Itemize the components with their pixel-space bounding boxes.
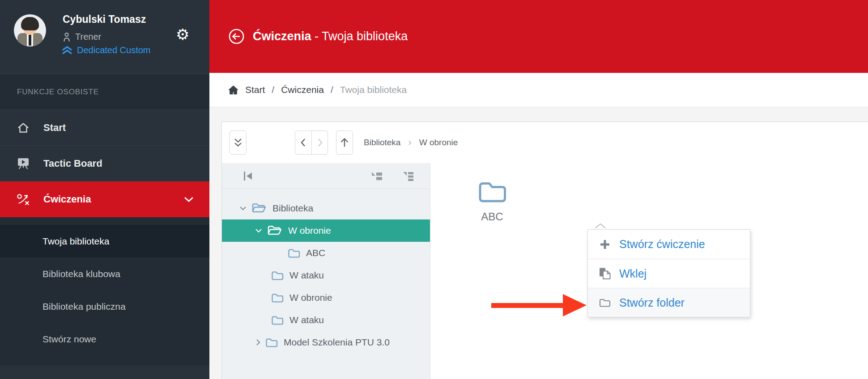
user-block: Cybulski Tomasz Trener Dedicated Custom … — [0, 0, 209, 74]
tree-node-model-szkolenia[interactable]: Model Szkolenia PTU 3.0 — [222, 331, 430, 354]
gear-icon[interactable]: ⚙ — [176, 27, 189, 42]
sidebar-item-label: Start — [43, 122, 66, 134]
menu-item-label: Wklej — [619, 267, 647, 280]
folder-icon — [265, 337, 278, 348]
avatar-hair — [21, 17, 39, 30]
double-chevron-up-icon — [61, 46, 73, 55]
chevron-down-icon[interactable] — [239, 206, 247, 211]
up-level-button[interactable] — [336, 131, 353, 155]
main-area: Ćwiczenia - Twoja biblioteka Start / Ćwi… — [209, 0, 868, 379]
chevron-down-icon[interactable] — [255, 228, 263, 233]
workspace: Biblioteka › W obronie — [209, 107, 868, 379]
user-plan-row[interactable]: Dedicated Custom — [61, 45, 151, 55]
tree-node-w-ataku-1[interactable]: W ataku — [222, 264, 430, 286]
tree-node-w-obronie-2[interactable]: W obronie — [222, 286, 430, 309]
page-title: Ćwiczenia - Twoja biblioteka — [253, 29, 408, 43]
explorer-panel: Biblioteka › W obronie — [221, 122, 868, 379]
breadcrumb-separator: / — [331, 84, 333, 95]
sidebar-subitem-biblioteka-klubowa[interactable]: Biblioteka klubowa — [0, 257, 209, 290]
sidebar-item-start[interactable]: Start — [0, 110, 209, 146]
tree-node-label: W ataku — [289, 315, 324, 325]
sidebar-submenu: Twoja biblioteka Biblioteka klubowa Bibl… — [0, 217, 209, 366]
folder-icon — [271, 315, 284, 325]
path-separator: › — [408, 138, 411, 147]
page-title-rest: - Twoja biblioteka — [311, 29, 408, 43]
menu-item-wklej[interactable]: Wklej — [588, 259, 750, 288]
tree-header-actions — [371, 171, 414, 181]
tree-node-label: W obronie — [288, 225, 331, 236]
tree-header — [222, 163, 430, 189]
avatar-tie — [29, 34, 31, 46]
sidebar-item-cwiczenia[interactable]: Ćwiczenia — [0, 181, 209, 217]
chevron-down-icon — [183, 194, 194, 205]
back-nav-button[interactable] — [295, 131, 311, 154]
sidebar-subitem-label: Stwórz nowe — [43, 334, 96, 345]
plus-icon — [598, 239, 612, 250]
page-title-bold: Ćwiczenia — [253, 29, 311, 43]
tree-body: Biblioteka W obronie — [222, 189, 430, 379]
tree-node-abc[interactable]: ABC — [222, 242, 430, 264]
home-outline-icon — [17, 122, 30, 134]
page-header: Ćwiczenia - Twoja biblioteka — [209, 0, 868, 73]
sidebar-subitem-label: Biblioteka klubowa — [43, 269, 120, 279]
sidebar-subitem-label: Biblioteka publiczna — [43, 301, 126, 312]
explorer-path: Biblioteka › W obronie — [364, 138, 458, 147]
double-chevron-down-icon — [233, 137, 243, 148]
explorer-body: Biblioteka W obronie — [222, 163, 868, 379]
paste-icon — [598, 267, 612, 280]
history-nav-group — [295, 131, 328, 155]
tree-node-w-obronie-selected[interactable]: W obronie — [222, 219, 430, 242]
user-name: Cybulski Tomasz — [63, 13, 146, 25]
sidebar-subitem-twoja-biblioteka[interactable]: Twoja biblioteka — [0, 225, 209, 257]
sidebar-nav: Start Tactic Board Ćwiczenia Twoj — [0, 110, 209, 366]
user-plan-label: Dedicated Custom — [77, 45, 151, 55]
menu-item-stworz-cwiczenie[interactable]: Stwórz ćwiczenie — [588, 230, 750, 259]
arrow-up-icon — [339, 137, 350, 148]
folder-open-icon — [267, 225, 282, 236]
breadcrumb-item-start[interactable]: Start — [245, 84, 265, 95]
sidebar-subitem-stworz-nowe[interactable]: Stwórz nowe — [0, 323, 209, 355]
user-role-label: Trener — [75, 32, 101, 42]
folder-tree-panel: Biblioteka W obronie — [222, 163, 430, 379]
home-icon[interactable] — [228, 85, 238, 95]
forward-nav-button[interactable] — [311, 131, 328, 154]
sidebar-subitem-biblioteka-publiczna[interactable]: Biblioteka publiczna — [0, 290, 209, 323]
back-button[interactable] — [228, 28, 245, 45]
folder-icon — [598, 298, 612, 307]
sidebar: Cybulski Tomasz Trener Dedicated Custom … — [0, 0, 209, 379]
folder-icon — [288, 248, 300, 258]
folder-icon — [271, 270, 284, 281]
sidebar-item-tactic-board[interactable]: Tactic Board — [0, 146, 209, 181]
avatar[interactable] — [14, 14, 46, 46]
red-annotation-arrow — [491, 292, 587, 320]
menu-item-label: Stwórz ćwiczenie — [619, 238, 705, 251]
folder-icon — [477, 180, 507, 204]
explorer-path-root[interactable]: Biblioteka — [364, 138, 400, 147]
context-menu: Stwórz ćwiczenie Wklej — [587, 229, 750, 317]
folder-tile-abc[interactable]: ABC — [463, 180, 521, 223]
folder-tile-label: ABC — [481, 211, 503, 223]
folder-icon — [271, 293, 284, 303]
tree-node-label: Model Szkolenia PTU 3.0 — [284, 337, 390, 348]
collapse-tree-icon[interactable] — [371, 171, 383, 181]
chevron-right-icon[interactable] — [255, 338, 261, 346]
menu-item-stworz-folder[interactable]: Stwórz folder — [588, 288, 750, 317]
tactics-icon — [17, 192, 30, 206]
breadcrumb-separator: / — [272, 84, 274, 95]
sidebar-subitem-label: Twoja biblioteka — [43, 236, 109, 247]
app-window: Cybulski Tomasz Trener Dedicated Custom … — [0, 0, 868, 379]
collapse-panel-icon[interactable] — [243, 171, 253, 181]
breadcrumb-item-cwiczenia[interactable]: Ćwiczenia — [281, 84, 324, 95]
tactic-board-icon — [17, 157, 30, 170]
tree-node-label: W obronie — [289, 292, 332, 303]
sidebar-item-label: Tactic Board — [43, 158, 102, 169]
user-role-row: Trener — [63, 32, 101, 42]
expand-tree-icon[interactable] — [402, 171, 414, 181]
tree-node-label: Biblioteka — [272, 203, 313, 214]
tree-node-biblioteka[interactable]: Biblioteka — [222, 197, 430, 219]
collapse-all-button[interactable] — [230, 131, 247, 155]
tree-node-w-ataku-2[interactable]: W ataku — [222, 309, 430, 331]
sidebar-item-label: Ćwiczenia — [43, 194, 91, 205]
breadcrumb: Start / Ćwiczenia / Twoja biblioteka — [209, 73, 868, 107]
caret-up-icon — [594, 223, 607, 229]
